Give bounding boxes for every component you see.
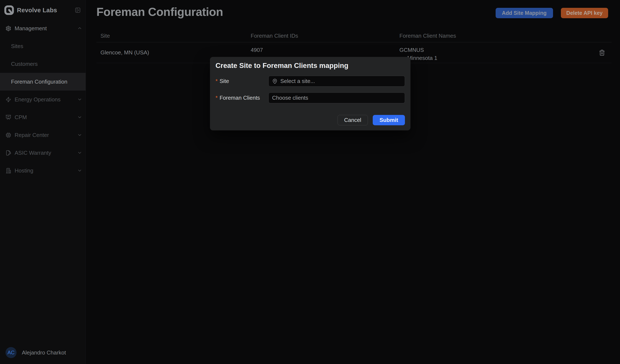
sidebar-item-sites[interactable]: Sites bbox=[0, 37, 86, 55]
column-header-site: Site bbox=[96, 30, 247, 42]
gear-icon bbox=[5, 26, 11, 31]
sidebar-item-foreman-configuration[interactable]: Foreman Configuration bbox=[0, 73, 86, 91]
sidebar-group-management[interactable]: Management bbox=[0, 19, 86, 37]
chevron-up-icon bbox=[77, 26, 82, 31]
submit-button[interactable]: Submit bbox=[373, 115, 405, 125]
page-title: Foreman Configuration bbox=[96, 5, 223, 19]
add-site-mapping-button[interactable]: Add Site Mapping bbox=[496, 8, 553, 18]
logo-r-icon bbox=[4, 5, 14, 15]
create-mapping-modal: Create Site to Foreman Clients mapping *… bbox=[210, 57, 410, 130]
toolbar: Add Site Mapping Delete API key bbox=[496, 8, 608, 18]
chevron-down-icon bbox=[77, 132, 82, 138]
sidebar-group-label: CPM bbox=[15, 114, 27, 121]
sidebar-group-cpm[interactable]: CPM bbox=[0, 108, 86, 126]
sidebar-group-label: ASIC Warranty bbox=[15, 150, 51, 156]
sidebar-group-hosting[interactable]: Hosting bbox=[0, 162, 86, 179]
sidebar-group-asic-warranty[interactable]: ASIC Warranty bbox=[0, 144, 86, 162]
cell-client-names: GCMNUS Minnesota 1 bbox=[395, 42, 592, 63]
panel-left-close-icon bbox=[75, 7, 81, 13]
sidebar: Revolve Labs Management Sites Customers … bbox=[0, 0, 86, 364]
foreman-clients-placeholder: Choose clients bbox=[272, 95, 308, 101]
sidebar-group-label: Management bbox=[15, 25, 47, 32]
sidebar-group-label: Energy Operations bbox=[15, 96, 61, 103]
sidebar-group-energy-operations[interactable]: Energy Operations bbox=[0, 91, 86, 108]
site-select[interactable]: Select a site... bbox=[268, 76, 405, 87]
chevron-down-icon bbox=[77, 168, 82, 173]
required-asterisk: * bbox=[216, 95, 217, 101]
client-name: Minnesota 1 bbox=[407, 54, 592, 62]
chevron-down-icon bbox=[77, 97, 82, 102]
sidebar-nav: Management Sites Customers Foreman Confi… bbox=[0, 19, 86, 179]
cell-actions bbox=[592, 42, 612, 63]
user-menu[interactable]: AC Alejandro Charkot bbox=[0, 341, 86, 364]
chevron-down-icon bbox=[77, 150, 82, 155]
required-asterisk: * bbox=[216, 78, 217, 85]
field-label-text: Foreman Clients bbox=[219, 95, 260, 101]
delete-api-key-button[interactable]: Delete API key bbox=[561, 8, 608, 18]
foreman-clients-select[interactable]: Choose clients bbox=[268, 92, 405, 103]
column-header-client-ids: Foreman Client IDs bbox=[247, 30, 395, 42]
cpu-icon bbox=[5, 132, 11, 138]
sidebar-group-label: Repair Center bbox=[15, 132, 49, 138]
client-name: GCMNUS bbox=[399, 46, 592, 54]
site-select-placeholder: Select a site... bbox=[280, 78, 315, 85]
file-pen-icon bbox=[5, 150, 11, 156]
avatar[interactable]: AC bbox=[5, 347, 16, 358]
bolt-icon bbox=[5, 97, 11, 102]
cancel-button[interactable]: Cancel bbox=[338, 115, 368, 125]
modal-footer: Cancel Submit bbox=[216, 115, 405, 125]
main-content: Foreman Configuration Add Site Mapping D… bbox=[86, 0, 620, 364]
brand-name: Revolve Labs bbox=[17, 7, 57, 14]
column-header-actions bbox=[592, 30, 612, 42]
building-icon bbox=[5, 168, 11, 174]
table-header-row: Site Foreman Client IDs Foreman Client N… bbox=[96, 30, 612, 42]
delete-mapping-button[interactable] bbox=[597, 48, 607, 57]
trash-icon bbox=[599, 49, 605, 56]
sidebar-item-customers[interactable]: Customers bbox=[0, 55, 86, 73]
form-row-site: * Site Select a site... bbox=[216, 76, 405, 87]
column-header-client-names: Foreman Client Names bbox=[395, 30, 592, 42]
chevron-down-icon bbox=[77, 115, 82, 120]
logo: Revolve Labs bbox=[0, 0, 86, 20]
foreman-clients-field-label: * Foreman Clients bbox=[216, 95, 268, 101]
sidebar-group-repair-center[interactable]: Repair Center bbox=[0, 126, 86, 144]
sidebar-group-label: Hosting bbox=[15, 167, 33, 174]
field-label-text: Site bbox=[219, 78, 229, 85]
presentation-chart-icon bbox=[5, 115, 11, 120]
site-field-label: * Site bbox=[216, 78, 268, 85]
collapse-sidebar-button[interactable] bbox=[74, 7, 81, 14]
modal-title: Create Site to Foreman Clients mapping bbox=[216, 62, 405, 69]
user-name: Alejandro Charkot bbox=[22, 349, 66, 356]
map-pin-icon bbox=[272, 78, 278, 84]
form-row-foreman-clients: * Foreman Clients Choose clients bbox=[216, 92, 405, 103]
